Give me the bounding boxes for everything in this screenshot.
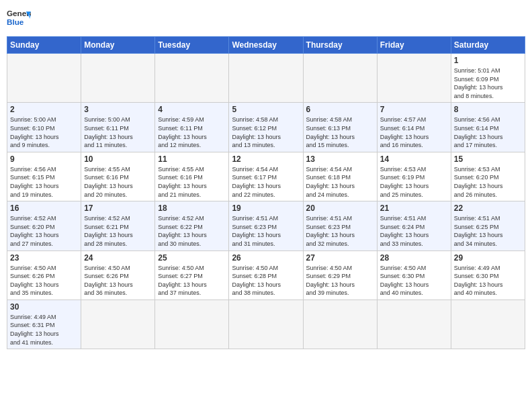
week-row-5: 23Sunrise: 4:50 AM Sunset: 6:26 PM Dayli… [7, 250, 525, 300]
calendar-cell [81, 300, 155, 349]
calendar-cell: 17Sunrise: 4:52 AM Sunset: 6:21 PM Dayli… [81, 201, 155, 250]
weekday-tuesday: Tuesday [155, 37, 229, 54]
svg-text:Blue: Blue [7, 17, 24, 26]
day-info: Sunrise: 4:52 AM Sunset: 6:21 PM Dayligh… [84, 214, 152, 248]
calendar-cell [229, 300, 303, 349]
day-number: 7 [380, 105, 448, 114]
day-number: 18 [158, 203, 226, 213]
calendar-cell: 3Sunrise: 5:00 AM Sunset: 6:11 PM Daylig… [81, 103, 155, 152]
calendar-cell [451, 300, 525, 349]
calendar-cell: 24Sunrise: 4:50 AM Sunset: 6:26 PM Dayli… [81, 250, 155, 300]
day-number: 30 [10, 302, 78, 312]
day-info: Sunrise: 4:49 AM Sunset: 6:30 PM Dayligh… [454, 264, 522, 298]
day-number: 21 [380, 203, 448, 213]
day-info: Sunrise: 4:51 AM Sunset: 6:25 PM Dayligh… [454, 214, 522, 248]
day-info: Sunrise: 4:50 AM Sunset: 6:26 PM Dayligh… [84, 264, 152, 298]
day-info: Sunrise: 4:56 AM Sunset: 6:15 PM Dayligh… [10, 165, 78, 199]
day-info: Sunrise: 4:50 AM Sunset: 6:28 PM Dayligh… [232, 264, 300, 298]
day-number: 4 [158, 105, 226, 114]
calendar-cell: 15Sunrise: 4:53 AM Sunset: 6:20 PM Dayli… [451, 152, 525, 201]
calendar-cell: 29Sunrise: 4:49 AM Sunset: 6:30 PM Dayli… [451, 250, 525, 300]
calendar-cell [155, 300, 229, 349]
day-info: Sunrise: 4:50 AM Sunset: 6:29 PM Dayligh… [306, 264, 374, 298]
calendar-cell: 21Sunrise: 4:51 AM Sunset: 6:24 PM Dayli… [377, 201, 451, 250]
page: General Blue SundayMondayTuesdayWednesda… [0, 0, 532, 411]
day-number: 13 [306, 154, 374, 164]
weekday-monday: Monday [81, 37, 155, 54]
calendar-cell: 8Sunrise: 4:56 AM Sunset: 6:14 PM Daylig… [451, 103, 525, 152]
day-info: Sunrise: 4:51 AM Sunset: 6:23 PM Dayligh… [306, 214, 374, 248]
calendar-cell: 27Sunrise: 4:50 AM Sunset: 6:29 PM Dayli… [303, 250, 377, 300]
day-info: Sunrise: 4:55 AM Sunset: 6:16 PM Dayligh… [84, 165, 152, 199]
day-info: Sunrise: 4:54 AM Sunset: 6:17 PM Dayligh… [232, 165, 300, 199]
day-info: Sunrise: 5:00 AM Sunset: 6:11 PM Dayligh… [84, 116, 152, 149]
calendar-cell: 25Sunrise: 4:50 AM Sunset: 6:27 PM Dayli… [155, 250, 229, 300]
weekday-wednesday: Wednesday [229, 37, 303, 54]
day-number: 19 [232, 203, 300, 213]
day-number: 24 [84, 253, 152, 263]
day-number: 8 [454, 105, 522, 114]
day-number: 22 [454, 203, 522, 213]
day-number: 15 [454, 154, 522, 164]
day-number: 17 [84, 203, 152, 213]
day-number: 5 [232, 105, 300, 114]
day-info: Sunrise: 4:56 AM Sunset: 6:14 PM Dayligh… [454, 116, 522, 149]
calendar-cell [377, 300, 451, 349]
day-info: Sunrise: 4:52 AM Sunset: 6:20 PM Dayligh… [10, 214, 78, 248]
day-info: Sunrise: 4:51 AM Sunset: 6:24 PM Dayligh… [380, 214, 448, 248]
day-info: Sunrise: 4:50 AM Sunset: 6:26 PM Dayligh… [10, 264, 78, 298]
generalblue-logo-icon: General Blue [7, 7, 31, 31]
weekday-saturday: Saturday [451, 37, 525, 54]
calendar-cell: 9Sunrise: 4:56 AM Sunset: 6:15 PM Daylig… [7, 152, 81, 201]
calendar-cell: 10Sunrise: 4:55 AM Sunset: 6:16 PM Dayli… [81, 152, 155, 201]
day-info: Sunrise: 4:59 AM Sunset: 6:11 PM Dayligh… [158, 116, 226, 149]
day-number: 10 [84, 154, 152, 164]
day-info: Sunrise: 4:58 AM Sunset: 6:12 PM Dayligh… [232, 116, 300, 149]
day-number: 11 [158, 154, 226, 164]
day-number: 12 [232, 154, 300, 164]
logo: General Blue [7, 7, 31, 31]
header: General Blue [7, 7, 525, 31]
week-row-2: 2Sunrise: 5:00 AM Sunset: 6:10 PM Daylig… [7, 103, 525, 152]
day-number: 20 [306, 203, 374, 213]
day-info: Sunrise: 4:51 AM Sunset: 6:23 PM Dayligh… [232, 214, 300, 248]
calendar-cell [377, 54, 451, 103]
day-info: Sunrise: 4:57 AM Sunset: 6:14 PM Dayligh… [380, 116, 448, 149]
calendar-cell: 19Sunrise: 4:51 AM Sunset: 6:23 PM Dayli… [229, 201, 303, 250]
day-number: 16 [10, 203, 78, 213]
day-info: Sunrise: 4:53 AM Sunset: 6:20 PM Dayligh… [454, 165, 522, 199]
day-number: 28 [380, 253, 448, 263]
day-number: 26 [232, 253, 300, 263]
calendar-cell: 13Sunrise: 4:54 AM Sunset: 6:18 PM Dayli… [303, 152, 377, 201]
calendar-cell: 2Sunrise: 5:00 AM Sunset: 6:10 PM Daylig… [7, 103, 81, 152]
day-number: 6 [306, 105, 374, 114]
day-number: 3 [84, 105, 152, 114]
calendar-cell: 4Sunrise: 4:59 AM Sunset: 6:11 PM Daylig… [155, 103, 229, 152]
calendar-cell: 22Sunrise: 4:51 AM Sunset: 6:25 PM Dayli… [451, 201, 525, 250]
calendar-cell [229, 54, 303, 103]
day-info: Sunrise: 4:50 AM Sunset: 6:30 PM Dayligh… [380, 264, 448, 298]
day-info: Sunrise: 4:49 AM Sunset: 6:31 PM Dayligh… [10, 313, 78, 347]
day-number: 27 [306, 253, 374, 263]
day-number: 23 [10, 253, 78, 263]
weekday-friday: Friday [377, 37, 451, 54]
calendar-cell: 30Sunrise: 4:49 AM Sunset: 6:31 PM Dayli… [7, 300, 81, 349]
calendar-cell: 5Sunrise: 4:58 AM Sunset: 6:12 PM Daylig… [229, 103, 303, 152]
day-number: 1 [454, 56, 522, 65]
calendar-cell: 28Sunrise: 4:50 AM Sunset: 6:30 PM Dayli… [377, 250, 451, 300]
day-info: Sunrise: 5:00 AM Sunset: 6:10 PM Dayligh… [10, 116, 78, 149]
calendar-cell: 12Sunrise: 4:54 AM Sunset: 6:17 PM Dayli… [229, 152, 303, 201]
day-number: 29 [454, 253, 522, 263]
calendar-cell [303, 54, 377, 103]
calendar-cell: 16Sunrise: 4:52 AM Sunset: 6:20 PM Dayli… [7, 201, 81, 250]
day-info: Sunrise: 4:50 AM Sunset: 6:27 PM Dayligh… [158, 264, 226, 298]
calendar-cell: 18Sunrise: 4:52 AM Sunset: 6:22 PM Dayli… [155, 201, 229, 250]
day-info: Sunrise: 4:52 AM Sunset: 6:22 PM Dayligh… [158, 214, 226, 248]
day-number: 9 [10, 154, 78, 164]
day-info: Sunrise: 4:53 AM Sunset: 6:19 PM Dayligh… [380, 165, 448, 199]
week-row-3: 9Sunrise: 4:56 AM Sunset: 6:15 PM Daylig… [7, 152, 525, 201]
weekday-thursday: Thursday [303, 37, 377, 54]
week-row-1: 1Sunrise: 5:01 AM Sunset: 6:09 PM Daylig… [7, 54, 525, 103]
calendar-cell [7, 54, 81, 103]
calendar-cell [155, 54, 229, 103]
